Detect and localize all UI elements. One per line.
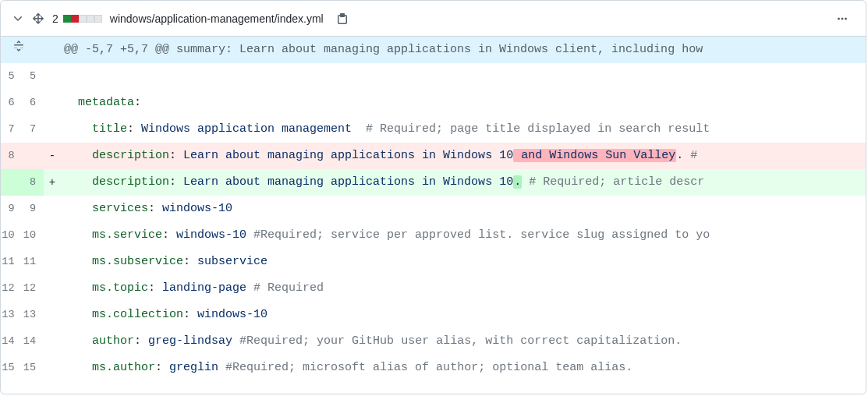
new-line-number[interactable]: 12 [23,275,44,302]
diff-square-neutral [87,15,94,23]
code-content: services: windows-10 [61,196,866,222]
old-line-number[interactable]: 8 [1,143,23,169]
diff-marker [44,249,61,275]
code-content: description: Learn about managing applic… [61,169,866,196]
diff-line-ctx: 1313 ms.collection: windows-10 [1,302,866,328]
unfold-icon [12,40,25,52]
file-actions-menu[interactable] [831,8,853,30]
hunk-header-row: @@ -5,7 +5,7 @@ summary: Learn about man… [1,37,866,63]
new-line-number[interactable]: 6 [23,90,44,116]
new-line-number[interactable]: 7 [23,116,44,143]
diff-line-ctx: 1010 ms.service: windows-10 #Required; s… [1,222,866,249]
old-line-number[interactable]: 11 [1,249,23,275]
diff-square-added [63,15,71,23]
old-line-number[interactable]: 13 [1,302,23,328]
kebab-icon [836,12,849,25]
diff-line-add: 8+ description: Learn about managing app… [1,169,866,196]
diff-line-ctx: 1111 ms.subservice: subservice [1,249,866,275]
diff-marker: + [44,169,61,196]
code-content: metadata: [61,90,866,116]
chevron-down-icon [12,12,24,25]
clipboard-icon [336,12,349,25]
diff-marker: - [44,143,61,169]
new-line-number[interactable]: 9 [23,196,44,222]
new-line-number[interactable]: 8 [23,169,44,196]
code-content: ms.subservice: subservice [61,249,866,275]
diff-stat-squares [63,15,102,23]
diff-line-ctx: 1414 author: greg-lindsay #Required; you… [1,328,866,355]
drag-handle[interactable] [29,9,48,28]
move-icon [32,12,44,25]
old-line-number[interactable]: 9 [1,196,23,222]
diff-line-ctx: 99 services: windows-10 [1,196,866,222]
new-line-number[interactable]: 14 [23,328,44,355]
code-content: description: Learn about managing applic… [61,143,866,169]
diff-marker [44,196,61,222]
svg-point-1 [16,48,16,48]
old-line-number[interactable]: 6 [1,90,23,116]
diff-square-neutral [79,15,87,23]
old-line-number[interactable]: 7 [1,116,23,143]
code-content: ms.author: greglin #Required; microsoft … [61,355,866,381]
diff-line-ctx: 77 title: Windows application management… [1,116,866,143]
diff-square-deleted [71,15,79,23]
new-line-number[interactable] [23,143,44,169]
new-line-number[interactable]: 11 [23,249,44,275]
code-content: ms.topic: landing-page # Required [61,275,866,302]
diff-marker [44,275,61,302]
code-content: author: greg-lindsay #Required; your Git… [61,328,866,355]
svg-point-0 [14,48,15,48]
new-line-number[interactable]: 15 [23,355,44,381]
code-content: title: Windows application management # … [61,116,866,143]
code-content: ms.service: windows-10 #Required; servic… [61,222,866,249]
old-line-number[interactable]: 12 [1,275,23,302]
hunk-marker [44,37,61,63]
old-line-number[interactable]: 14 [1,328,23,355]
change-count: 2 [52,12,58,25]
diff-line-ctx: 55 [1,63,866,90]
old-line-number[interactable]: 10 [1,222,23,249]
file-path[interactable]: windows/application-management/index.yml [110,12,324,25]
diff-line-ctx: 1515 ms.author: greglin #Required; micro… [1,355,866,381]
copy-path-button[interactable] [331,8,353,30]
code-content: ms.collection: windows-10 [61,302,866,328]
diff-square-neutral [94,15,102,23]
diff-marker [44,90,61,116]
diff-line-del: 8- description: Learn about managing app… [1,143,866,169]
diff-table: @@ -5,7 +5,7 @@ summary: Learn about man… [1,37,866,381]
svg-point-3 [22,48,23,48]
new-line-number[interactable]: 13 [23,302,44,328]
new-line-number[interactable]: 5 [23,63,44,90]
file-header: 2 windows/application-management/index.y… [1,1,866,37]
new-line-number[interactable]: 10 [23,222,44,249]
diff-marker [44,116,61,143]
collapse-toggle[interactable] [10,11,26,27]
diff-line-ctx: 66 metadata: [1,90,866,116]
expand-hunk[interactable] [1,37,44,63]
diff-marker [44,328,61,355]
hunk-header-text: @@ -5,7 +5,7 @@ summary: Learn about man… [61,37,866,63]
old-line-number[interactable]: 5 [1,63,23,90]
diff-file-container: 2 windows/application-management/index.y… [0,0,866,394]
svg-point-2 [20,48,21,48]
diff-marker [44,355,61,381]
diff-marker [44,302,61,328]
diff-marker [44,222,61,249]
code-content [61,63,866,90]
diff-line-ctx: 1212 ms.topic: landing-page # Required [1,275,866,302]
old-line-number[interactable]: 15 [1,355,23,381]
diff-marker [44,63,61,90]
old-line-number[interactable] [1,169,23,196]
